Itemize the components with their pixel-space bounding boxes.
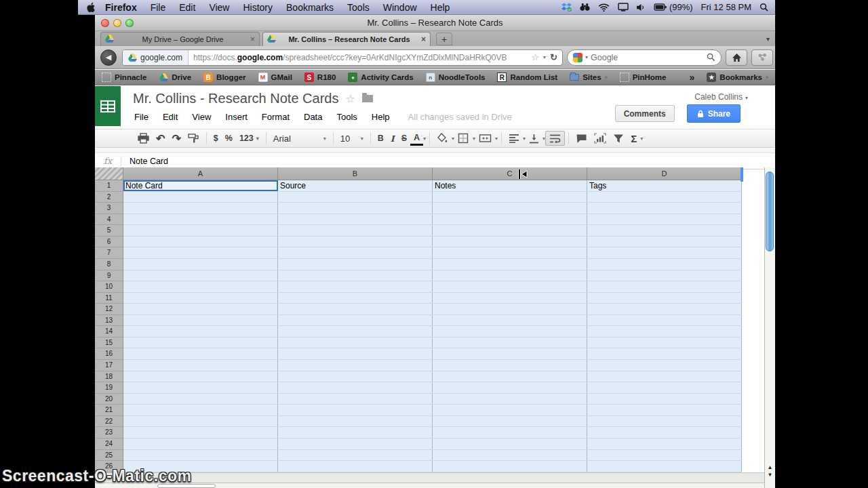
cell-A7[interactable] — [123, 247, 278, 258]
search-bar[interactable]: ▾ — [567, 49, 722, 66]
cell-D26[interactable] — [587, 461, 742, 472]
row-header-2[interactable]: 2 — [95, 192, 123, 203]
sheets-menu-data[interactable]: Data — [304, 112, 322, 122]
cell-D7[interactable] — [587, 247, 742, 258]
cell-C16[interactable] — [433, 348, 587, 359]
cell-A20[interactable] — [123, 394, 278, 405]
cell-B7[interactable] — [278, 247, 433, 258]
cell-B24[interactable] — [278, 439, 433, 449]
merge-dropdown-icon[interactable]: ▾ — [495, 136, 498, 142]
cell-B19[interactable] — [278, 382, 433, 393]
row-header-20[interactable]: 20 — [95, 394, 123, 405]
cell-C8[interactable] — [433, 259, 587, 270]
account-menu[interactable]: Caleb Collins▾ — [694, 92, 748, 102]
font-size-select[interactable]: 10▾ — [337, 131, 367, 146]
cell-A17[interactable] — [123, 360, 278, 371]
horizontal-scrollbar[interactable] — [95, 483, 764, 488]
cell-C22[interactable] — [433, 416, 587, 427]
search-icon[interactable] — [707, 53, 715, 62]
cell-C1[interactable]: Notes — [433, 180, 587, 191]
scroll-up-arrow-icon[interactable]: ▲ — [765, 464, 775, 471]
strikethrough-button[interactable]: S — [398, 131, 410, 146]
row-header-18[interactable]: 18 — [95, 371, 123, 383]
vertical-scrollbar[interactable]: ▲▼ — [764, 167, 775, 488]
tab-close-icon[interactable]: × — [250, 35, 255, 44]
cell-C19[interactable] — [433, 382, 587, 393]
number-format-button[interactable]: 123▾ — [236, 131, 262, 146]
vertical-align-button[interactable] — [526, 131, 542, 146]
cell-C21[interactable] — [433, 405, 587, 415]
cell-A14[interactable] — [123, 326, 278, 337]
dropbox-icon[interactable] — [561, 3, 572, 12]
cell-B4[interactable] — [278, 214, 433, 225]
cell-D20[interactable] — [587, 394, 742, 405]
sheets-app-icon[interactable] — [95, 86, 121, 126]
sheets-menu-edit[interactable]: Edit — [163, 112, 178, 122]
cell-D24[interactable] — [587, 439, 742, 449]
text-color-button[interactable]: A — [410, 131, 423, 146]
borders-button[interactable] — [454, 131, 473, 146]
cell-C9[interactable] — [433, 270, 587, 281]
row-header-21[interactable]: 21 — [95, 405, 123, 416]
home-button[interactable] — [726, 49, 747, 66]
cell-D25[interactable] — [587, 450, 742, 461]
bookmark-pinnacle[interactable]: Pinnacle — [102, 73, 146, 82]
document-title[interactable]: Mr. Collins - Research Note Cards — [133, 91, 338, 106]
cell-B23[interactable] — [278, 427, 433, 438]
cell-D4[interactable] — [587, 214, 742, 225]
cell-D22[interactable] — [587, 416, 742, 427]
list-all-tabs-icon[interactable]: ▾ — [766, 35, 770, 43]
cell-A22[interactable] — [123, 416, 278, 427]
cell-B26[interactable] — [278, 461, 433, 472]
cell-B8[interactable] — [278, 259, 433, 270]
print-button[interactable] — [134, 131, 153, 146]
cell-B25[interactable] — [278, 450, 433, 461]
cell-A12[interactable] — [123, 304, 278, 314]
menubar-item-help[interactable]: Help — [431, 2, 450, 13]
cell-D13[interactable] — [587, 315, 742, 326]
cell-C12[interactable] — [433, 304, 587, 314]
fill-color-button[interactable] — [433, 131, 452, 146]
merge-cells-button[interactable] — [475, 131, 495, 146]
share-button[interactable]: Share — [687, 104, 741, 123]
select-all-corner[interactable] — [95, 167, 123, 180]
bookmark-r180[interactable]: SR180 — [304, 73, 336, 82]
cell-B17[interactable] — [278, 360, 433, 371]
functions-dropdown-icon[interactable]: ▾ — [640, 136, 643, 142]
bookmark-gmail[interactable]: MGMail — [258, 73, 292, 82]
move-to-folder-icon[interactable] — [362, 95, 373, 102]
cell-A19[interactable] — [123, 382, 278, 393]
cell-D17[interactable] — [587, 360, 742, 371]
cell-C11[interactable] — [433, 293, 587, 304]
filter-button[interactable] — [610, 131, 627, 146]
paint-format-button[interactable] — [184, 131, 203, 146]
cell-D9[interactable] — [587, 270, 742, 281]
cell-B22[interactable] — [278, 416, 433, 427]
battery-indicator[interactable]: (99%) — [654, 2, 693, 12]
bookmark-star-icon[interactable]: ☆ — [531, 52, 539, 62]
insert-comment-button[interactable] — [572, 131, 591, 146]
column-header-C[interactable]: C — [433, 167, 587, 180]
menubar-item-tools[interactable]: Tools — [347, 2, 370, 13]
sheets-menu-file[interactable]: File — [134, 112, 149, 122]
wifi-icon[interactable] — [598, 3, 610, 12]
cell-B16[interactable] — [278, 348, 433, 359]
row-header-14[interactable]: 14 — [95, 326, 123, 338]
row-header-19[interactable]: 19 — [95, 382, 123, 394]
cell-A21[interactable] — [123, 405, 278, 415]
cell-A9[interactable] — [123, 270, 278, 281]
cell-C2[interactable] — [433, 192, 587, 203]
cell-B11[interactable] — [278, 293, 433, 304]
tab-note-cards[interactable]: Mr. Collins – Research Note Cards × — [262, 32, 431, 46]
row-header-1[interactable]: 1 — [95, 180, 123, 192]
row-header-6[interactable]: 6 — [95, 237, 123, 248]
bookmarks-overflow-icon[interactable]: » — [690, 72, 695, 83]
redo-button[interactable]: ↷ — [168, 131, 184, 146]
cell-C24[interactable] — [433, 439, 587, 449]
row-header-3[interactable]: 3 — [95, 203, 123, 214]
cell-A13[interactable] — [123, 315, 278, 326]
cell-D16[interactable] — [587, 348, 742, 359]
cell-D5[interactable] — [587, 225, 742, 236]
row-header-16[interactable]: 16 — [95, 348, 123, 360]
column-header-A[interactable]: A — [123, 167, 278, 180]
